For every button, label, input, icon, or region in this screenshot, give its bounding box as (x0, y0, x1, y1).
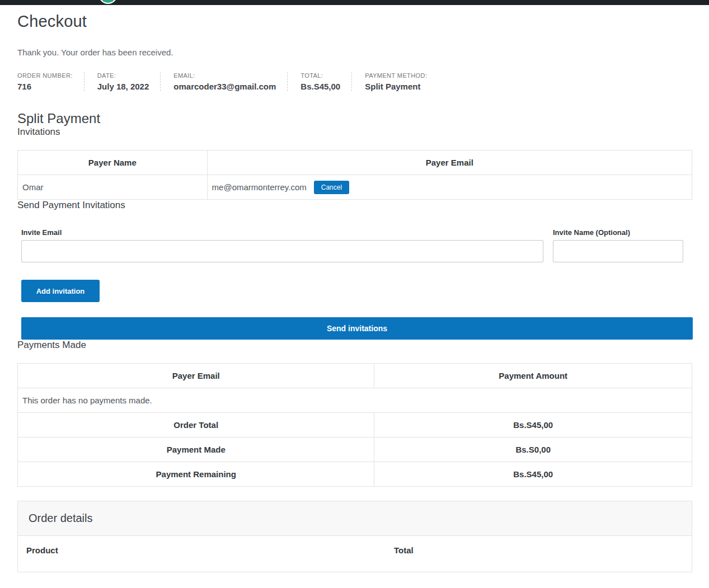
invite-name-field-group: Invite Name (Optional) (553, 228, 683, 262)
payment-made-row: Payment Made Bs.S0,00 (18, 438, 692, 462)
no-payments-row: This order has no payments made. (18, 388, 692, 413)
no-payments-message: This order has no payments made. (18, 388, 692, 413)
total-column-header: Total (394, 545, 414, 555)
order-date-label: DATE: (97, 72, 149, 79)
invite-name-label: Invite Name (Optional) (553, 228, 683, 237)
cancel-invitation-button[interactable]: Cancel (314, 181, 349, 194)
invitation-payer-name: Omar (18, 175, 208, 200)
split-payment-title: Split Payment (17, 111, 692, 126)
payments-payer-email-header: Payer Email (18, 364, 374, 388)
order-email-value: omarcoder33@gmail.com (173, 82, 276, 91)
order-details-body: Product Total (18, 536, 692, 572)
order-received-message: Thank you. Your order has been received. (17, 48, 692, 57)
page-title: Checkout (17, 12, 692, 31)
payments-header-row: Payer Email Payment Amount (18, 364, 692, 388)
send-invitations-button[interactable]: Send invitations (21, 317, 693, 340)
invite-name-input[interactable] (553, 240, 683, 262)
payment-made-row-label: Payment Made (18, 438, 374, 462)
payer-email-column-header: Payer Email (207, 150, 692, 175)
add-invitation-button[interactable]: Add invitation (21, 280, 100, 302)
send-invitations-form: Invite Email Invite Name (Optional) Add … (21, 228, 692, 340)
send-invitations-heading: Send Payment Invitations (17, 200, 692, 211)
order-date-item: DATE: July 18, 2022 (97, 72, 161, 91)
invite-email-label: Invite Email (21, 228, 543, 237)
order-number-item: ORDER NUMBER: 716 (17, 72, 84, 91)
payer-name-column-header: Payer Name (18, 150, 208, 175)
invitations-heading: Invitations (17, 126, 692, 138)
order-date-value: July 18, 2022 (97, 82, 149, 91)
payment-remaining-row-label: Payment Remaining (18, 462, 374, 487)
invitation-payer-email: me@omarmonterrey.com (212, 182, 307, 192)
order-details-card: Order details Product Total (17, 501, 692, 572)
order-total-row-value: Bs.S45,00 (374, 413, 692, 438)
order-total-item: TOTAL: Bs.S45,00 (300, 72, 352, 91)
payment-remaining-row-value: Bs.S45,00 (374, 462, 692, 487)
payment-method-label: PAYMENT METHOD: (365, 72, 427, 79)
checkout-page: Checkout Thank you. Your order has been … (0, 12, 709, 572)
order-overview: ORDER NUMBER: 716 DATE: July 18, 2022 EM… (17, 72, 692, 91)
payment-method-item: PAYMENT METHOD: Split Payment (365, 72, 438, 91)
order-number-label: ORDER NUMBER: (17, 72, 73, 79)
payment-method-value: Split Payment (365, 82, 427, 91)
product-column-header: Product (26, 545, 394, 555)
invite-email-input[interactable] (21, 240, 543, 262)
order-email-label: EMAIL: (173, 72, 276, 79)
order-number-value: 716 (17, 82, 73, 91)
order-total-value: Bs.S45,00 (300, 82, 340, 91)
payment-remaining-row: Payment Remaining Bs.S45,00 (18, 462, 692, 487)
invitations-table: Payer Name Payer Email Omar me@omarmonte… (17, 150, 692, 200)
order-total-row: Order Total Bs.S45,00 (18, 413, 692, 438)
invitation-row: Omar me@omarmonterrey.com Cancel (18, 175, 692, 200)
invitation-payer-email-cell: me@omarmonterrey.com Cancel (207, 175, 692, 200)
admin-top-bar (0, 0, 709, 5)
payments-amount-header: Payment Amount (374, 364, 692, 388)
order-details-title: Order details (18, 501, 692, 536)
payments-made-heading: Payments Made (17, 340, 692, 351)
payment-made-row-value: Bs.S0,00 (374, 438, 692, 462)
invite-email-field-group: Invite Email (21, 228, 543, 262)
payments-made-table: Payer Email Payment Amount This order ha… (17, 363, 692, 487)
order-total-label: TOTAL: (300, 72, 340, 79)
invitations-header-row: Payer Name Payer Email (18, 150, 692, 175)
order-email-item: EMAIL: omarcoder33@gmail.com (173, 72, 288, 91)
order-total-row-label: Order Total (18, 413, 374, 438)
site-logo-icon (98, 0, 118, 4)
